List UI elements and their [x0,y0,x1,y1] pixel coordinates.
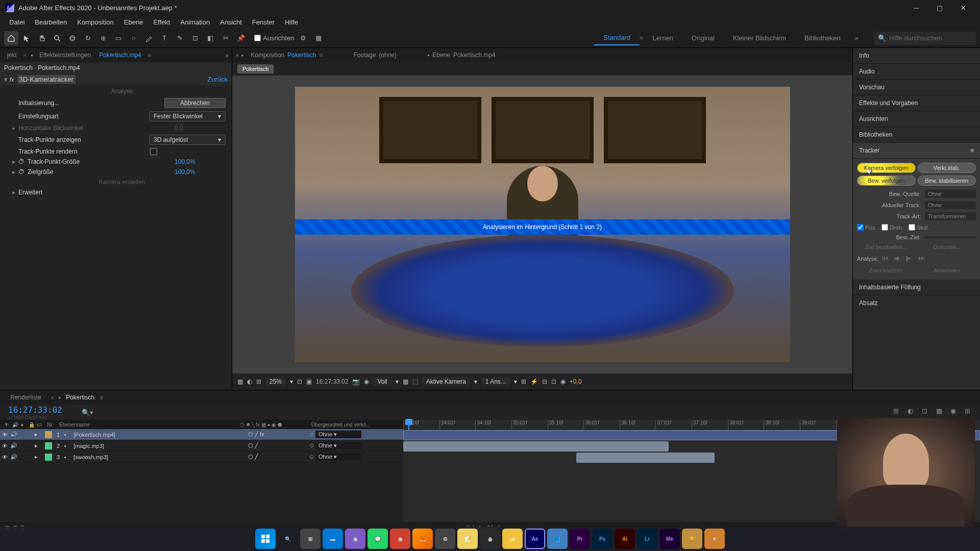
guides-toggle[interactable]: ⊞ [256,378,261,385]
ws-kleiner[interactable]: Kleiner Bildschirm [724,31,795,45]
layer-name[interactable]: [Pokertisch.mp4] [71,432,248,438]
visibility-toggle[interactable]: 👁 [2,443,10,449]
selection-tool[interactable] [19,31,34,45]
audio-toggle[interactable]: 🔊 [10,442,18,449]
timeline-timecode[interactable]: 16:27:33:02 [0,405,82,415]
motion-blur-icon[interactable]: ◉ [950,407,961,417]
transparency-icon[interactable]: ▦ [403,378,408,385]
minimize-button[interactable]: ─ [904,0,928,15]
render-queue-tab[interactable]: Renderliste [5,392,46,403]
rotate-tool[interactable]: ↻ [81,31,95,45]
effect-header[interactable]: ▾ fx 3D-Kameratracker Zurück [0,73,232,85]
menu-bearbeiten[interactable]: Bearbeiten [30,16,72,28]
resolution-dropdown[interactable]: Voll [373,377,391,386]
layer-switches[interactable]: ⬡ ╱ [248,442,309,449]
libraries-panel[interactable]: Bibliotheken [853,127,980,143]
pen-tool[interactable] [142,31,156,45]
flowchart-icon[interactable]: ⊡ [551,378,556,385]
proxy-toggle[interactable]: ▦ [311,31,326,45]
taskbar-search[interactable]: 🔍 [278,529,298,549]
frame-blend-icon[interactable]: ▦ [936,407,946,417]
audio-toggle[interactable]: 🔊 [10,454,18,460]
taskbar-media-encoder[interactable]: Me [659,529,680,549]
menu-datei[interactable]: Datei [4,16,30,28]
taskbar-whatsapp[interactable]: 💬 [368,529,388,549]
taskbar-firefox[interactable]: 🦊 [412,529,433,549]
taskbar-app-4[interactable]: ⚙ [435,529,455,549]
effects-presets-panel[interactable]: Effekte und Vorgaben [853,95,980,111]
advanced-label[interactable]: Erweitert [18,189,226,196]
parent-dropdown[interactable]: Ohne ▾ [315,431,361,438]
graph-editor-icon[interactable]: ⊞ [965,407,975,417]
comp-mini-flowchart-icon[interactable]: ⊞ [893,407,903,417]
menu-hilfe[interactable]: Hilfe [280,16,303,28]
snapshot-icon[interactable]: 📷 [352,378,360,385]
parent-dropdown[interactable]: Ohne ▾ [315,453,361,461]
layer-tab[interactable]: ▪ Ebene Pokertisch.mp4 [422,49,501,61]
taskbar-obs[interactable]: ◉ [480,529,500,549]
taskbar-app-3[interactable]: ◉ [390,529,410,549]
fast-previews-icon[interactable]: ⚡ [530,378,538,385]
taskbar-illustrator[interactable]: Ai [615,529,635,549]
align-panel[interactable]: Ausrichten [853,111,980,127]
ellipse-tool[interactable]: ○ [127,31,141,45]
timeline-comp-tab[interactable]: Pokertisch [61,392,100,403]
ruler-mark[interactable]: 35:16f [548,420,584,430]
layer-switches[interactable]: ⬡ ╱ [248,454,309,460]
ruler-mark[interactable]: 39:01f [800,420,836,430]
preview-panel[interactable]: Vorschau [853,80,980,95]
pt-size-value[interactable]: 100,0% [175,158,226,165]
rot-checkbox[interactable]: Dreh. [881,224,903,231]
preview-area[interactable]: Analysieren im Hintergrund (Schritt 1 vo… [232,76,852,373]
parent-dropdown[interactable]: Ohne ▾ [315,442,361,449]
taskbar-explorer[interactable]: 📁 [502,529,523,549]
3d-view-icon[interactable]: ⬚ [412,378,418,385]
taskbar-lightroom[interactable]: Lr [637,529,657,549]
shy-icon[interactable]: ⊡ [922,407,932,417]
taskbar-app-7[interactable]: ▼ [704,529,725,549]
exposure-reset-icon[interactable]: ◉ [560,378,566,385]
taskbar-premiere[interactable]: Pr [570,529,590,549]
warp-stab-button[interactable]: Verkr.stab. [918,163,976,173]
snap-checkbox[interactable]: Ausrichten [254,34,294,42]
ws-bibliotheken[interactable]: Bibliotheken [795,31,850,45]
anchor-tool[interactable]: ⊕ [96,31,110,45]
menu-ansicht[interactable]: Ansicht [215,16,247,28]
text-tool[interactable]: T [157,31,172,45]
ruler-mark[interactable]: 38:16f [764,420,800,430]
show-pts-dropdown[interactable]: 3D aufgelöst▾ [149,135,226,145]
audio-panel[interactable]: Audio [853,64,980,80]
exposure-value[interactable]: +0,0 [570,378,582,385]
puppet-tool[interactable]: 📌 [234,31,248,45]
region-icon[interactable]: ▣ [306,378,312,385]
ruler-mark[interactable]: 36:01f [583,420,620,430]
timecode-display[interactable]: 16:27:33:02 [316,378,348,385]
taskbar-app-2[interactable]: ◉ [345,529,365,549]
tracker-panel-header[interactable]: Tracker≡ [853,143,980,159]
taskbar-app-6[interactable]: 🏆 [682,529,702,549]
label-color[interactable] [45,454,52,461]
orbit-tool[interactable] [65,31,80,45]
home-tool[interactable] [4,31,18,45]
layer-row[interactable]: 👁 🔊 ▸ 3 ▪ [swoosh.mp3] ⬡ ╱ ⊙ Ohne ▾ [0,452,403,463]
target-size-value[interactable]: 100,0% [175,168,226,176]
stabilize-button[interactable]: Bew. stabilisieren [918,176,976,186]
stopwatch-icon[interactable]: ⏱ [18,158,26,165]
menu-fenster[interactable]: Fenster [247,16,280,28]
ruler-mark[interactable]: 34:16f [475,420,511,430]
menu-komposition[interactable]: Komposition [72,16,119,28]
menu-animation[interactable]: Animation [175,16,215,28]
visibility-toggle[interactable]: 👁 [2,432,10,438]
info-panel[interactable]: Info [853,48,980,64]
shot-type-dropdown[interactable]: Fester Blickwinkel▾ [149,111,226,121]
pos-checkbox[interactable]: Pos. [857,224,876,231]
timeline-icon[interactable]: ⊟ [542,378,547,385]
absatz-panel[interactable]: Absatz [853,295,980,311]
menu-effekt[interactable]: Effekt [148,16,175,28]
menu-ebene[interactable]: Ebene [119,16,149,28]
hand-tool[interactable] [35,31,49,45]
source-dropdown[interactable]: Ohne [925,190,976,198]
stopwatch-icon[interactable]: ⏱ [18,168,26,176]
track-camera-button[interactable]: Kamera verfolgen [857,163,916,173]
audio-clip-1[interactable] [403,441,669,452]
